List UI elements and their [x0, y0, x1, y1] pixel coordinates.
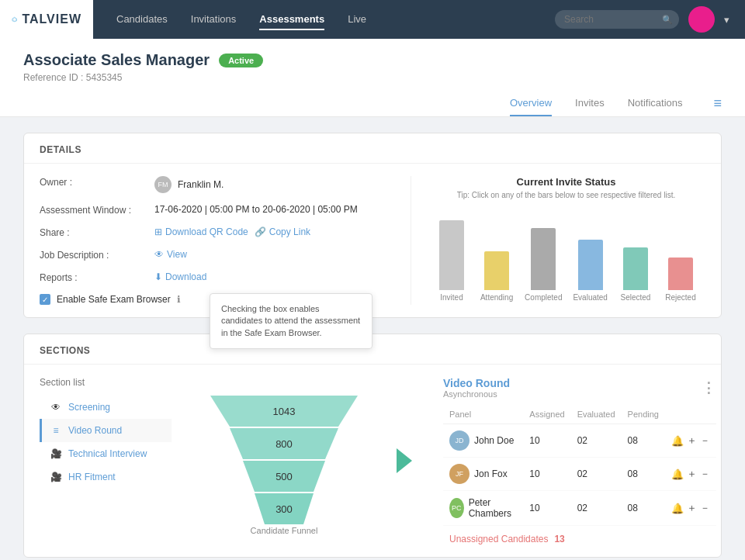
view-icon: 👁 — [154, 249, 164, 260]
tab-invites[interactable]: Invites — [575, 91, 605, 116]
avatar-1: JF — [449, 464, 470, 484]
page-title: Associate Sales Manager — [23, 51, 210, 69]
tab-notifications[interactable]: Notifications — [628, 91, 683, 116]
tooltip-text: Checking the box enables candidates to a… — [221, 304, 360, 337]
panel-name-cell-2: PC Peter Chambers — [443, 491, 523, 526]
assigned-1: 10 — [523, 458, 570, 491]
main-content: DETAILS Owner : FM Franklin M. Assessmen… — [0, 117, 745, 560]
chart-title: Current Invite Status — [427, 176, 705, 188]
section-item-video-round[interactable]: ≡ Video Round — [40, 419, 172, 442]
svg-text:800: 800 — [275, 438, 293, 450]
nav-assessments[interactable]: Assessments — [259, 9, 324, 30]
assigned-2: 10 — [523, 491, 570, 526]
page-header: Associate Sales Manager Active Reference… — [0, 39, 745, 117]
bell-icon-2[interactable]: 🔔 — [671, 503, 684, 514]
owner-value: FM Franklin M. — [154, 176, 224, 193]
user-dropdown-arrow[interactable]: ▾ — [724, 14, 729, 26]
seb-label: Enable Safe Exam Browser — [57, 294, 171, 305]
bar-invited[interactable] — [439, 220, 464, 290]
menu-icon[interactable]: ≡ — [713, 95, 722, 112]
assigned-0: 10 — [523, 424, 570, 458]
section-list-funnel: 👁 Screening ≡ Video Round 🎥 Technical In… — [40, 396, 397, 535]
bar-evaluated[interactable] — [578, 240, 603, 290]
name-0: John Doe — [474, 435, 514, 446]
bar-attending[interactable] — [484, 251, 509, 290]
talview-logo-icon — [12, 9, 17, 30]
col-evaluated: Evaluated — [571, 405, 622, 424]
remove-icon-0[interactable]: － — [700, 434, 710, 448]
nav-live[interactable]: Live — [348, 9, 366, 30]
logo-text: TALVIEW — [22, 12, 81, 26]
bar-group-attending[interactable]: Attending — [480, 251, 514, 302]
table-row: JD John Doe 10 02 08 🔔 ＋ — [443, 424, 716, 458]
hr-label: HR Fitment — [68, 472, 164, 482]
navbar: TALVIEW Candidates Invitations Assessmen… — [0, 0, 745, 39]
table-row: JF Jon Fox 10 02 08 🔔 ＋ — [443, 458, 716, 491]
funnel-container: 1043 800 500 300 Candidate Funnel — [172, 396, 397, 535]
section-item-hr[interactable]: 🎥 HR Fitment — [40, 465, 172, 489]
bar-label-evaluated: Evaluated — [573, 293, 607, 302]
add-icon-1[interactable]: ＋ — [687, 467, 697, 481]
status-badge: Active — [219, 54, 263, 67]
section-item-screening[interactable]: 👁 Screening — [40, 396, 172, 419]
job-desc-row: Job Description : 👁 View — [40, 249, 395, 261]
bell-icon-0[interactable]: 🔔 — [671, 435, 684, 447]
panel-title-group: Video Round Asynchronous — [443, 377, 510, 399]
name-1: Jon Fox — [474, 468, 508, 479]
bar-group-rejected[interactable]: Rejected — [664, 258, 698, 302]
bar-label-completed: Completed — [525, 293, 562, 302]
col-assigned: Assigned — [523, 405, 570, 424]
bar-label-invited: Invited — [440, 293, 463, 302]
panel-more-button[interactable]: ⋮ — [702, 379, 716, 396]
qr-icon: ⊞ — [154, 226, 162, 237]
details-section-title: DETAILS — [24, 133, 721, 164]
download-qr-button[interactable]: ⊞ Download QR Code — [154, 226, 248, 237]
panel-name-2: PC Peter Chambers — [449, 497, 517, 519]
add-icon-0[interactable]: ＋ — [687, 434, 697, 448]
download-button[interactable]: ⬇ Download — [154, 271, 206, 282]
section-item-technical[interactable]: 🎥 Technical Interview — [40, 442, 172, 465]
pending-0: 08 — [622, 424, 665, 458]
search-input[interactable] — [555, 10, 679, 29]
panel-table: Panel Assigned Evaluated Pending JD — [443, 405, 716, 526]
section-list-title: Section list — [40, 377, 397, 388]
section-list-panel: Section list 👁 Screening ≡ Video Round — [40, 377, 397, 544]
add-icon-2[interactable]: ＋ — [687, 501, 697, 515]
view-button[interactable]: 👁 View — [154, 249, 187, 260]
bar-label-attending: Attending — [480, 293, 513, 302]
tab-overview[interactable]: Overview — [510, 91, 552, 116]
remove-icon-2[interactable]: － — [700, 501, 710, 515]
screening-icon: 👁 — [50, 402, 62, 413]
bar-rejected[interactable] — [668, 258, 693, 290]
svg-text:1043: 1043 — [273, 406, 296, 417]
funnel-caption: Candidate Funnel — [251, 526, 318, 535]
bar-label-rejected: Rejected — [665, 293, 695, 302]
bar-completed[interactable] — [531, 228, 556, 290]
details-card: DETAILS Owner : FM Franklin M. Assessmen… — [23, 133, 722, 318]
pending-1: 08 — [622, 458, 665, 491]
avatar-2: PC — [449, 498, 464, 518]
tooltip-box: Checking the box enables candidates to a… — [210, 293, 372, 349]
pending-2: 08 — [622, 491, 665, 526]
panel-table-body: JD John Doe 10 02 08 🔔 ＋ — [443, 424, 716, 526]
bar-group-selected[interactable]: Selected — [619, 247, 653, 302]
seb-checkbox[interactable]: ✓ — [40, 294, 50, 305]
bar-group-invited[interactable]: Invited — [435, 220, 469, 302]
bell-icon-1[interactable]: 🔔 — [671, 468, 684, 480]
copy-link-button[interactable]: 🔗 Copy Link — [255, 226, 310, 237]
remove-icon-1[interactable]: － — [700, 467, 710, 481]
bar-group-completed[interactable]: Completed — [525, 228, 562, 302]
share-row: Share : ⊞ Download QR Code 🔗 Copy Link — [40, 226, 395, 238]
col-panel: Panel — [443, 405, 523, 424]
svg-text:300: 300 — [275, 503, 293, 515]
user-avatar[interactable] — [688, 6, 715, 33]
name-2: Peter Chambers — [469, 497, 518, 519]
nav-invitations[interactable]: Invitations — [191, 9, 237, 30]
link-icon: 🔗 — [255, 226, 266, 237]
bar-selected[interactable] — [623, 247, 648, 290]
unassigned-label[interactable]: Unassigned Candidates — [449, 534, 548, 544]
bar-group-evaluated[interactable]: Evaluated — [573, 240, 607, 302]
job-desc-label: Job Description : — [40, 249, 148, 261]
nav-candidates[interactable]: Candidates — [116, 9, 168, 30]
col-pending: Pending — [622, 405, 665, 424]
